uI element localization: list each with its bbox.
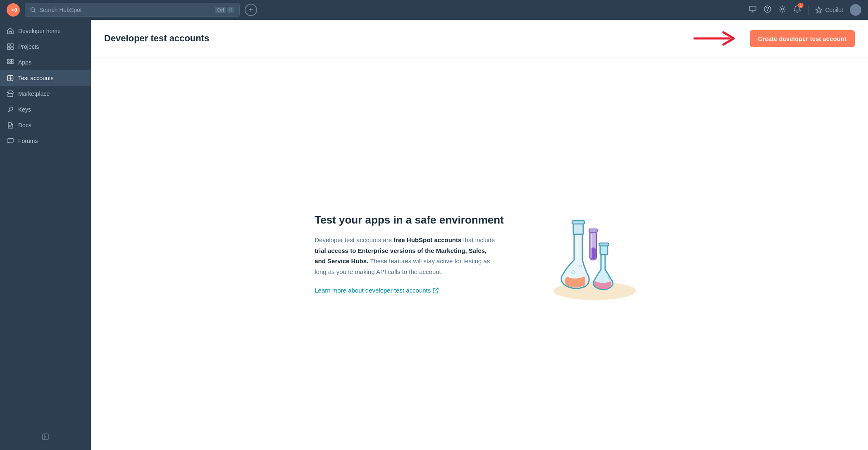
add-button[interactable]: +: [245, 4, 257, 16]
svg-rect-8: [7, 47, 10, 50]
search-placeholder: Search HubSpot: [39, 7, 212, 13]
svg-rect-3: [749, 6, 756, 11]
marketplace-icon: [7, 90, 14, 98]
sidebar-item-projects-label: Projects: [18, 43, 39, 50]
keys-icon: [7, 106, 14, 113]
learn-more-text: Learn more about developer test accounts: [315, 287, 431, 294]
lab-svg: [537, 200, 644, 307]
description-mid: that include: [461, 236, 495, 243]
svg-rect-25: [589, 229, 597, 232]
page-content: Test your apps in a safe environment Dev…: [91, 57, 868, 450]
top-navigation: Search HubSpot Ctrl K +: [0, 0, 868, 20]
learn-more-link[interactable]: Learn more about developer test accounts: [315, 287, 504, 294]
screen-icon[interactable]: [749, 5, 757, 15]
page-title: Developer test accounts: [104, 33, 209, 44]
header-right: Create developer test account: [690, 28, 855, 49]
sidebar: Developer home Projects: [0, 20, 91, 450]
main-content: Developer test accounts Create developer…: [91, 20, 868, 450]
search-bar[interactable]: Search HubSpot Ctrl K: [25, 3, 240, 17]
forums-icon: [7, 137, 14, 145]
svg-rect-6: [7, 44, 10, 46]
settings-icon[interactable]: [778, 5, 787, 15]
description-intro: Developer test accounts are: [315, 236, 393, 243]
sidebar-item-marketplace-label: Marketplace: [18, 90, 50, 97]
lab-illustration: [537, 200, 644, 307]
sidebar-item-test-accounts[interactable]: Test accounts: [0, 70, 91, 86]
sidebar-item-projects[interactable]: Projects: [0, 39, 91, 55]
docs-icon: [7, 121, 14, 129]
svg-rect-20: [572, 221, 584, 224]
search-shortcut: Ctrl K: [215, 7, 234, 13]
svg-rect-14: [12, 62, 13, 64]
sidebar-item-developer-home-label: Developer home: [18, 28, 61, 34]
test-accounts-icon: [7, 74, 14, 82]
sidebar-item-keys[interactable]: Keys: [0, 102, 91, 117]
svg-rect-15: [12, 60, 13, 61]
svg-point-1: [14, 9, 15, 10]
nav-right: 1 Copilot: [749, 4, 861, 16]
svg-rect-17: [43, 434, 48, 440]
sidebar-item-forums-label: Forums: [18, 138, 38, 144]
empty-state-text: Test your apps in a safe environment Dev…: [315, 214, 504, 294]
hubspot-logo[interactable]: [7, 3, 20, 17]
svg-rect-9: [11, 47, 13, 50]
empty-state-description: Developer test accounts are free HubSpot…: [315, 235, 496, 277]
nav-divider: [808, 5, 808, 15]
help-icon[interactable]: [763, 5, 772, 15]
empty-state-heading: Test your apps in a safe environment: [315, 214, 504, 226]
svg-rect-7: [11, 44, 13, 46]
sidebar-item-docs-label: Docs: [18, 122, 31, 129]
sidebar-collapse-button[interactable]: [0, 430, 91, 443]
sidebar-item-forums[interactable]: Forums: [0, 133, 91, 149]
search-icon: [30, 7, 36, 13]
sidebar-item-developer-home[interactable]: Developer home: [0, 23, 91, 39]
page-header: Developer test accounts Create developer…: [91, 20, 868, 57]
red-arrow-pointer: [690, 28, 740, 49]
user-avatar[interactable]: [850, 4, 861, 16]
copilot-button[interactable]: Copilot: [815, 6, 843, 14]
svg-rect-22: [599, 243, 609, 246]
apps-icon: [7, 59, 14, 66]
arrow-svg: [690, 28, 740, 49]
sidebar-item-test-accounts-label: Test accounts: [18, 75, 54, 81]
sidebar-item-marketplace[interactable]: Marketplace: [0, 86, 91, 102]
svg-rect-10: [7, 60, 9, 61]
notifications-icon[interactable]: 1: [793, 5, 801, 15]
sidebar-item-keys-label: Keys: [18, 106, 31, 113]
external-link-icon: [433, 288, 439, 293]
empty-state: Test your apps in a safe environment Dev…: [298, 183, 661, 324]
svg-rect-12: [7, 62, 9, 64]
svg-point-5: [782, 8, 784, 10]
sidebar-item-apps-label: Apps: [18, 59, 31, 66]
create-developer-test-account-button[interactable]: Create developer test account: [750, 30, 855, 47]
sidebar-item-docs[interactable]: Docs: [0, 117, 91, 133]
sidebar-item-apps[interactable]: Apps: [0, 55, 91, 70]
description-bold-free: free HubSpot accounts: [393, 236, 461, 243]
home-icon: [7, 27, 14, 35]
copilot-icon: [815, 6, 823, 14]
projects-icon: [7, 43, 14, 50]
sidebar-bottom: [0, 427, 91, 447]
